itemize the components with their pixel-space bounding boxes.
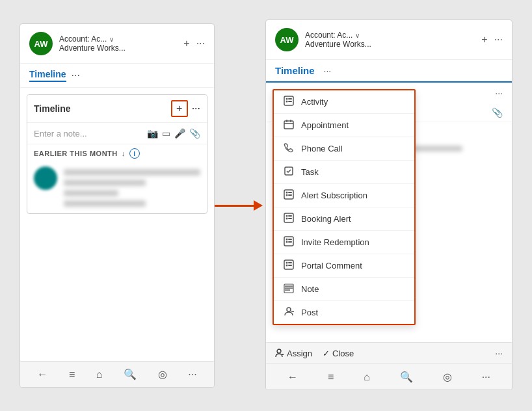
account-label: Account: Ac... ∨ <box>59 34 177 44</box>
note-label: Note <box>301 284 319 294</box>
info-icon[interactable]: i <box>129 148 140 159</box>
tab-more-icon[interactable]: ··· <box>72 70 80 81</box>
dropdown-item-appointment[interactable]: Appointment <box>274 114 414 137</box>
dropdown-item-task[interactable]: Task <box>274 161 414 184</box>
right-panel: AW Account: Ac... ∨ Adventure Works... +… <box>265 20 512 390</box>
svg-point-26 <box>286 262 288 264</box>
svg-rect-5 <box>284 121 293 129</box>
right-panel-header: AW Account: Ac... ∨ Adventure Works... +… <box>266 20 512 60</box>
add-activity-button[interactable]: + <box>171 100 188 117</box>
account-info: Account: Ac... ∨ Adventure Works... <box>59 34 177 53</box>
note-icon <box>283 283 295 295</box>
screenshot-container: AW Account: Ac... ∨ Adventure Works... +… <box>0 0 532 411</box>
svg-rect-4 <box>288 101 292 102</box>
chevron-down-icon[interactable]: ∨ <box>109 36 114 43</box>
menu-nav[interactable]: ≡ <box>69 369 75 380</box>
timeline-section: Timeline + ··· Enter a note... 📷 ▭ 🎤 📎 <box>27 94 207 214</box>
avatar: AW <box>29 32 53 55</box>
recent-nav[interactable]: ◎ <box>158 368 167 380</box>
entry-line-3 <box>64 190 118 196</box>
arrow-head <box>254 200 263 211</box>
section-more-icon[interactable]: ··· <box>192 103 200 114</box>
right-timeline-tab[interactable]: Timeline <box>275 65 315 76</box>
sort-icon[interactable]: ↓ <box>122 150 126 157</box>
booking-alert-label: Booking Alert <box>301 214 351 224</box>
dropdown-item-booking-alert[interactable]: Booking Alert <box>274 207 414 231</box>
close-label: Close <box>332 349 354 358</box>
dropdown-item-phone-call[interactable]: Phone Call <box>274 137 414 161</box>
mic-icon[interactable]: 🎤 <box>174 128 185 139</box>
phone-call-label: Phone Call <box>301 144 343 153</box>
left-panel-header: AW Account: Ac... ∨ Adventure Works... +… <box>20 24 214 64</box>
left-panel: AW Account: Ac... ∨ Adventure Works... +… <box>20 23 215 388</box>
svg-point-34 <box>287 308 291 312</box>
svg-rect-27 <box>288 262 292 263</box>
right-attach-icon[interactable]: 📎 <box>492 107 503 118</box>
video-icon[interactable]: ▭ <box>162 128 170 139</box>
booking-alert-icon <box>283 213 295 225</box>
right-more-nav[interactable]: ··· <box>482 371 490 383</box>
right-account-label: Account: Ac... ∨ <box>305 31 475 40</box>
activity-icon <box>283 96 295 108</box>
svg-point-11 <box>286 192 288 194</box>
action-more-icon[interactable]: ··· <box>495 348 503 358</box>
right-chevron-icon[interactable]: ∨ <box>355 32 360 39</box>
svg-rect-22 <box>288 239 292 240</box>
back-nav[interactable]: ← <box>37 369 47 380</box>
right-menu-nav[interactable]: ≡ <box>328 371 334 383</box>
svg-point-21 <box>286 239 288 241</box>
dropdown-item-invite-redemption[interactable]: Invite Redemption <box>274 231 414 254</box>
inner-more-icon[interactable]: ··· <box>495 88 503 98</box>
earlier-this-month: EARLIER THIS MONTH ↓ i <box>27 144 207 163</box>
timeline-tab-row: Timeline ··· <box>20 64 214 88</box>
more-icon[interactable]: ··· <box>196 38 205 49</box>
svg-rect-24 <box>288 241 292 243</box>
right-back-nav[interactable]: ← <box>287 371 298 383</box>
timeline-tab[interactable]: Timeline <box>29 69 66 82</box>
portal-comment-label: Portal Comment <box>301 261 362 271</box>
post-label: Post <box>301 308 318 317</box>
dropdown-item-portal-comment[interactable]: Portal Comment <box>274 254 414 278</box>
search-nav[interactable]: 🔍 <box>124 368 137 380</box>
post-icon <box>283 306 295 319</box>
entry-lines <box>64 166 200 207</box>
alert-subscription-icon <box>283 189 295 202</box>
right-add-icon[interactable]: + <box>481 34 487 46</box>
note-icons: 📷 ▭ 🎤 📎 <box>147 128 200 139</box>
right-home-nav[interactable]: ⌂ <box>364 371 370 383</box>
home-nav[interactable]: ⌂ <box>96 369 103 380</box>
right-timeline-tab-row: Timeline ··· <box>266 60 512 83</box>
blurred-entries <box>27 163 207 213</box>
assign-label: Assign <box>287 349 312 358</box>
note-placeholder[interactable]: Enter a note... <box>34 129 143 139</box>
svg-rect-12 <box>288 192 292 193</box>
svg-rect-29 <box>288 265 292 266</box>
note-input-row: Enter a note... 📷 ▭ 🎤 📎 <box>27 123 207 144</box>
svg-point-28 <box>286 265 288 267</box>
svg-point-13 <box>286 194 288 196</box>
right-more-icon[interactable]: ··· <box>494 34 503 46</box>
svg-rect-2 <box>288 98 292 99</box>
camera-icon[interactable]: 📷 <box>147 128 158 139</box>
add-icon[interactable]: + <box>183 38 189 49</box>
entry-line-1 <box>64 169 200 176</box>
svg-point-36 <box>277 349 281 353</box>
dropdown-item-post[interactable]: Post <box>274 301 414 324</box>
dropdown-item-activity[interactable]: Activity <box>274 90 414 114</box>
right-search-nav[interactable]: 🔍 <box>400 371 413 383</box>
assign-button[interactable]: Assign <box>275 349 312 358</box>
right-recent-nav[interactable]: ◎ <box>443 371 452 383</box>
svg-point-3 <box>286 101 288 103</box>
right-tab-more-icon[interactable]: ··· <box>324 66 332 76</box>
attach-icon[interactable]: 📎 <box>189 128 200 139</box>
close-button[interactable]: ✓ Close <box>323 349 354 358</box>
account-name: Adventure Works... <box>59 44 177 53</box>
header-actions: + ··· <box>183 38 205 49</box>
entry-line-2 <box>64 179 146 186</box>
right-content: Tim ··· Ente 📎 EAR i KA 8, <box>266 83 512 342</box>
dropdown-item-alert-subscription[interactable]: Alert Subscription <box>274 184 414 207</box>
timeline-section-title: Timeline <box>34 103 71 114</box>
svg-rect-17 <box>288 215 292 217</box>
more-nav[interactable]: ··· <box>188 369 196 380</box>
dropdown-item-note[interactable]: Note <box>274 278 414 301</box>
